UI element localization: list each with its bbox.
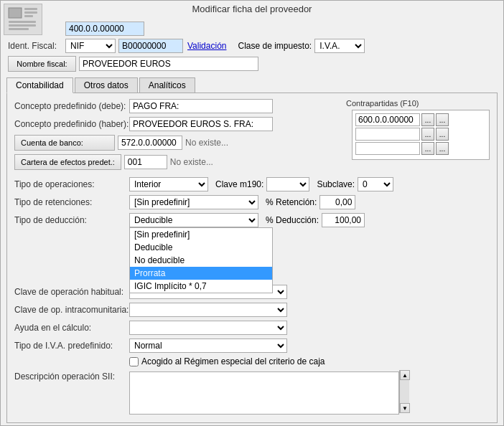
tipo-deduccion-select[interactable]: Deducible (129, 213, 258, 227)
clave-intracomunitaria-label: Clave de op. intracomunitaria: (14, 305, 129, 315)
acogido-row: Acogido al Régimen especial del criterio… (129, 356, 490, 366)
contrapartidas-btn-b-2[interactable]: ... (436, 142, 449, 155)
contrapartidas-input-1[interactable] (355, 128, 420, 141)
cuenta-banco-row: Cuenta de banco: No existe... (14, 135, 339, 151)
tab-otros-datos[interactable]: Otros datos (75, 77, 138, 93)
acogido-label: Acogido al Régimen especial del criterio… (141, 356, 325, 366)
deduccion-option-4[interactable]: IGIC Implícito * 0,7 (130, 280, 272, 293)
ayuda-calculo-select[interactable] (129, 321, 287, 335)
contrapartidas-row-1: ... ... (355, 128, 486, 141)
cuenta-banco-status: No existe... (185, 138, 228, 148)
logo-area (4, 4, 42, 35)
ident-fiscal-label: Ident. Fiscal: (8, 41, 65, 51)
tipo-retenciones-row: Tipo de retenciones: [Sin predefinir] % … (14, 195, 490, 209)
clave-intracomunitaria-row: Clave de op. intracomunitaria: (14, 303, 490, 317)
tipo-iva-select[interactable]: Normal (129, 339, 287, 353)
ident-fiscal-input[interactable] (118, 39, 183, 53)
deduccion-option-3[interactable]: Prorrata (130, 267, 272, 280)
ident-fiscal-select[interactable]: NIF (65, 39, 116, 53)
deduccion-option-2[interactable]: No deducible (130, 254, 272, 267)
clave-m190-select[interactable] (266, 177, 309, 191)
two-col-layout: Concepto predefinido (debe): Concepto pr… (14, 99, 490, 174)
tabs: Contabilidad Otros datos Analíticos (6, 77, 498, 93)
contrapartidas-input-2[interactable] (355, 142, 420, 155)
clave-habitual-label: Clave de operación habitual: (14, 287, 129, 297)
contrapartidas-row-2: ... ... (355, 142, 486, 155)
ident-fiscal-row: Ident. Fiscal: NIF Validación Clase de i… (8, 39, 496, 53)
nombre-fiscal-btn[interactable]: Nombre fiscal: (8, 56, 76, 72)
contrapartidas-box: ... ... ... ... ... ... (352, 110, 490, 160)
contrapartidas-btn-b-0[interactable]: ... (436, 113, 449, 126)
contrapartidas-row-0: ... ... (355, 113, 486, 126)
svg-rect-1 (24, 8, 37, 10)
svg-rect-3 (24, 15, 33, 17)
tipo-operaciones-label: Tipo de operaciones: (14, 179, 129, 189)
descripcion-label: Descripción operación SII: (14, 371, 129, 382)
dialog-title: Modificar ficha del proveedor (192, 4, 312, 14)
tipo-iva-row: Tipo de I.V.A. predefinido: Normal (14, 339, 490, 353)
cartera-btn[interactable]: Cartera de efectos predet.: (14, 154, 121, 170)
pct-retencion-input[interactable] (319, 195, 355, 209)
tipo-deduccion-row: Tipo de deducción: Deducible [Sin predef… (14, 213, 490, 227)
tipo-retenciones-select[interactable]: [Sin predefinir] (129, 195, 258, 209)
concepto-haber-label: Concepto predefinido (haber): (14, 119, 129, 129)
cuenta-input[interactable] (65, 22, 144, 36)
cuenta-banco-btn[interactable]: Cuenta de banco: (14, 135, 115, 151)
tipo-iva-label: Tipo de I.V.A. predefinido: (14, 341, 129, 351)
header-area: Modificar ficha del proveedor (1, 1, 503, 17)
concepto-haber-row: Concepto predefinido (haber): (14, 117, 339, 131)
concepto-debe-label: Concepto predefinido (debe): (14, 101, 129, 111)
deduccion-option-0[interactable]: [Sin predefinir] (130, 228, 272, 241)
subclave-select[interactable]: 0 (358, 177, 393, 191)
cartera-input[interactable] (124, 155, 167, 169)
deduccion-option-1[interactable]: Deducible (130, 241, 272, 254)
dialog: Modificar ficha del proveedor Cuenta: Id… (0, 0, 504, 426)
cartera-status: No existe... (170, 157, 213, 167)
concepto-debe-row: Concepto predefinido (debe): (14, 99, 339, 113)
contrapartidas-btn-a-2[interactable]: ... (421, 142, 434, 155)
svg-rect-4 (9, 21, 36, 23)
tipo-retenciones-label: Tipo de retenciones: (14, 197, 129, 207)
top-form: Cuenta: Ident. Fiscal: NIF Validación Cl… (1, 17, 503, 77)
concepto-haber-input[interactable] (129, 117, 273, 131)
scrollbar-down-btn[interactable]: ▼ (400, 403, 410, 413)
concepto-debe-input[interactable] (129, 99, 273, 113)
descripcion-textarea[interactable] (129, 371, 399, 415)
tab-contabilidad[interactable]: Contabilidad (6, 77, 73, 93)
clase-impuesto-select[interactable]: I.V.A. (314, 39, 365, 53)
tab-content-contabilidad: Concepto predefinido (debe): Concepto pr… (6, 93, 498, 423)
pct-retencion-label: % Retención: (266, 197, 317, 207)
ayuda-calculo-label: Ayuda en el cálculo: (14, 323, 129, 333)
bottom-buttons: Aceptar Cancelar (1, 423, 503, 426)
contrapartidas-btn-a-1[interactable]: ... (421, 128, 434, 141)
tipo-deduccion-label: Tipo de deducción: (14, 215, 129, 225)
svg-rect-6 (9, 28, 29, 30)
logo-icon (7, 6, 39, 32)
nombre-fiscal-input[interactable] (79, 57, 258, 71)
cartera-row: Cartera de efectos predet.: No existe... (14, 154, 339, 170)
descripcion-row: Descripción operación SII: ▲ ▼ (14, 370, 490, 413)
tipo-operaciones-select[interactable]: Interior (129, 177, 208, 191)
clave-intracomunitaria-select[interactable] (129, 303, 287, 317)
right-column: Contrapartidas (F10) ... ... ... ... (346, 99, 490, 174)
left-column: Concepto predefinido (debe): Concepto pr… (14, 99, 339, 174)
validacion-link[interactable]: Validación (187, 41, 226, 51)
cuenta-row: Cuenta: (8, 22, 496, 36)
contrapartidas-input-0[interactable] (355, 113, 420, 126)
scrollbar-up-btn[interactable]: ▲ (400, 370, 410, 380)
tab-analiticos[interactable]: Analíticos (139, 77, 195, 93)
svg-rect-2 (24, 11, 37, 14)
contrapartidas-btn-a-0[interactable]: ... (421, 113, 434, 126)
contrapartidas-btn-b-1[interactable]: ... (436, 128, 449, 141)
description-scrollbar: ▲ ▼ (399, 370, 409, 413)
tabs-container: Contabilidad Otros datos Analíticos Conc… (6, 77, 498, 423)
subclave-label: Subclave: (317, 179, 355, 189)
pct-deduccion-input[interactable] (322, 213, 365, 227)
clave-m190-label: Clave m190: (215, 179, 263, 189)
cuenta-banco-input[interactable] (118, 136, 182, 150)
contrapartidas-title: Contrapartidas (F10) (346, 99, 490, 108)
logo-box (4, 4, 42, 35)
svg-rect-5 (9, 24, 36, 27)
tipo-deduccion-wrapper: Deducible [Sin predefinir] Deducible No … (129, 213, 258, 227)
acogido-checkbox[interactable] (129, 357, 139, 366)
